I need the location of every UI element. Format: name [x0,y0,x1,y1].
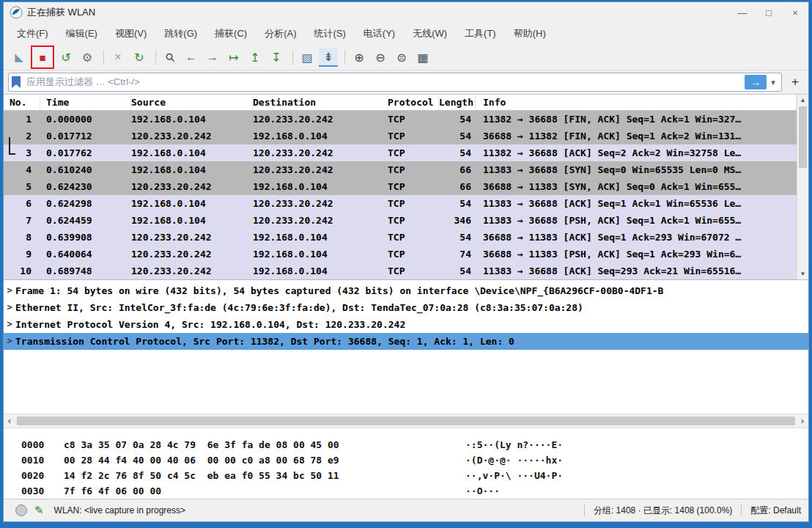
scroll-down-icon[interactable]: ▼ [797,268,808,279]
packet-row[interactable]: 6 0.624298 192.168.0.104 120.233.20.242 … [4,195,797,212]
toolbar-separator [103,50,104,65]
hex-row[interactable]: 0020 14 f2 2c 76 8f 50 c4 5c eb ea f0 55… [4,468,808,483]
expert-info-icon[interactable] [15,505,27,516]
hex-offset: 0010 [21,452,64,468]
menu-edit[interactable]: 编辑(E) [57,23,106,45]
cell-time: 0.017762 [40,144,131,161]
scrollbar-thumb[interactable] [799,106,807,168]
menu-telephony[interactable]: 电话(Y) [355,23,404,45]
cell-destination: 192.168.0.104 [253,229,388,246]
column-header-protocol[interactable]: Protocol [388,95,439,110]
column-header-no[interactable]: No. [4,95,40,110]
horizontal-scrollbar[interactable]: ‹ › [4,414,808,428]
cell-time: 0.610240 [40,161,131,178]
close-file-icon[interactable]: × [108,48,128,67]
stop-capture-icon[interactable]: ■ [33,48,52,67]
filter-placeholder: 应用显示过滤器 … <Ctrl-/> [26,76,745,89]
menu-analyze[interactable]: 分析(A) [256,23,305,45]
hex-bytes: 7f f6 4f 06 00 00 [64,483,465,499]
maximize-button[interactable]: □ [756,2,782,23]
filter-bar: 应用显示过滤器 … <Ctrl-/> → ▾ + [4,70,808,95]
add-filter-button[interactable]: + [786,75,804,89]
hex-dump-pane: 0000 c8 3a 35 07 0a 28 4c 79 6e 3f fa de… [4,434,808,499]
packet-row[interactable]: 9 0.640064 120.233.20.242 192.168.0.104 … [4,246,797,263]
minimize-button[interactable]: — [729,2,756,23]
packet-row[interactable]: 8 0.639908 120.233.20.242 192.168.0.104 … [4,229,797,246]
menu-statistics[interactable]: 统计(S) [305,23,354,45]
packet-row[interactable]: 5 0.624230 120.233.20.242 192.168.0.104 … [4,178,797,195]
profile-selector[interactable]: 配置: Default [750,505,801,517]
expander-icon[interactable]: > [4,282,15,299]
title-bar[interactable]: 正在捕获 WLAN — □ × [4,2,808,23]
start-capture-icon[interactable]: ◣ [10,48,29,67]
wireshark-logo-icon [10,6,23,19]
expander-icon[interactable]: > [4,316,15,333]
zoom-out-icon[interactable]: ⊖ [371,48,390,67]
detail-row-ip[interactable]: > Internet Protocol Version 4, Src: 192.… [4,316,808,333]
column-header-time[interactable]: Time [40,95,131,110]
packet-row[interactable]: 1 0.000000 192.168.0.104 120.233.20.242 … [4,111,797,128]
hex-row[interactable]: 0000 c8 3a 35 07 0a 28 4c 79 6e 3f fa de… [4,437,808,452]
scroll-up-icon[interactable]: ▲ [797,95,808,106]
detail-row-ethernet[interactable]: > Ethernet II, Src: IntelCor_3f:fa:de (4… [4,299,808,316]
scrollbar-thumb[interactable] [17,417,795,425]
menu-view[interactable]: 视图(V) [106,23,155,45]
cell-info: 11383 → 36688 [ACK] Seq=293 Ack=21 Win=6… [476,263,797,279]
filter-dropdown-caret-icon[interactable]: ▾ [767,78,780,87]
menu-help[interactable]: 帮助(H) [505,23,555,45]
go-back-icon[interactable]: ← [182,48,201,67]
hex-row[interactable]: 0030 7f f6 4f 06 00 00 ··O··· [4,483,808,499]
bookmark-icon[interactable] [12,76,21,88]
wireshark-window: 正在捕获 WLAN — □ × 文件(F) 编辑(E) 视图(V) 跳转(G) … [3,1,809,522]
menu-capture[interactable]: 捕获(C) [206,23,256,45]
colorize-packets-icon[interactable]: ▧ [298,48,317,67]
vertical-scrollbar[interactable]: ▲ ▼ [797,95,808,279]
zoom-reset-icon[interactable]: ⊜ [392,48,411,67]
detail-text: Ethernet II, Src: IntelCor_3f:fa:de (4c:… [15,299,808,316]
detail-row-frame[interactable]: > Frame 1: 54 bytes on wire (432 bits), … [4,282,808,299]
go-first-packet-icon[interactable]: ↥ [246,48,265,67]
reload-file-icon[interactable]: ↻ [130,48,149,67]
auto-scroll-icon[interactable]: ⇟ [319,48,338,67]
cell-destination: 120.233.20.242 [253,212,388,229]
column-header-destination[interactable]: Destination [253,95,388,110]
cell-no: 4 [4,161,40,178]
packet-row[interactable]: 10 0.689748 120.233.20.242 192.168.0.104… [4,263,797,279]
expander-icon[interactable]: > [4,333,15,350]
cell-info: 11383 → 36688 [PSH, ACK] Seq=1 Ack=1 Win… [476,212,797,229]
packet-row[interactable]: 7 0.624459 192.168.0.104 120.233.20.242 … [4,212,797,229]
scroll-left-icon[interactable]: ‹ [4,415,15,427]
go-forward-icon[interactable]: → [203,48,222,67]
display-filter-input[interactable]: 应用显示过滤器 … <Ctrl-/> → ▾ [8,73,782,92]
hex-row[interactable]: 0010 00 28 44 f4 40 00 40 06 00 00 c0 a8… [4,452,808,468]
detail-row-tcp-selected[interactable]: > Transmission Control Protocol, Src Por… [4,333,808,350]
cell-no: 6 [4,195,40,212]
column-header-info[interactable]: Info [476,95,797,110]
find-packet-icon[interactable]: ⚲ [157,44,184,71]
cell-no: 9 [4,246,40,263]
restart-capture-icon[interactable]: ↺ [56,48,75,67]
cell-protocol: TCP [388,111,439,128]
capture-options-icon[interactable]: ⚙ [78,48,97,67]
cell-info: 36688 → 11383 [SYN, ACK] Seq=0 Ack=1 Win… [476,178,797,195]
packet-row[interactable]: 2 0.017712 120.233.20.242 192.168.0.104 … [4,128,797,144]
packet-row[interactable]: 3 0.017762 192.168.0.104 120.233.20.242 … [4,144,797,161]
zoom-in-icon[interactable]: ⊕ [350,48,369,67]
column-header-source[interactable]: Source [131,95,253,110]
capture-comment-icon[interactable]: ✎ [34,504,44,517]
apply-filter-icon[interactable]: → [745,75,767,89]
menu-tools[interactable]: 工具(T) [456,23,505,45]
expander-icon[interactable]: > [4,299,15,316]
menu-wireless[interactable]: 无线(W) [404,23,456,45]
cell-length: 66 [439,178,476,195]
menu-file[interactable]: 文件(F) [8,23,57,45]
scroll-right-icon[interactable]: › [797,415,808,427]
go-last-packet-icon[interactable]: ↧ [267,48,286,67]
go-to-packet-icon[interactable]: ↦ [224,48,243,67]
menu-go[interactable]: 跳转(G) [155,23,206,45]
column-header-length[interactable]: Length [439,95,476,110]
resize-columns-icon[interactable]: ▦ [413,48,432,67]
close-button[interactable]: × [782,2,808,23]
cell-no: 1 [4,111,40,128]
packet-row[interactable]: 4 0.610240 192.168.0.104 120.233.20.242 … [4,161,797,178]
